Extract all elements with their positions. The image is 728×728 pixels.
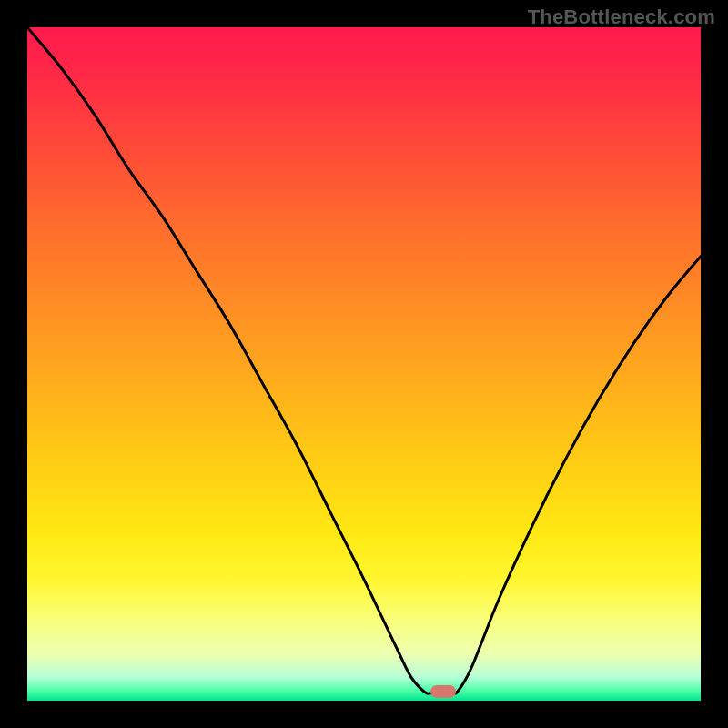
watermark-text: TheBottleneck.com [528, 5, 715, 29]
plot-area [27, 27, 701, 701]
optimal-marker [430, 685, 456, 698]
bottleneck-curve [27, 27, 701, 693]
chart-container: TheBottleneck.com [0, 0, 728, 728]
curve-layer [27, 27, 701, 701]
